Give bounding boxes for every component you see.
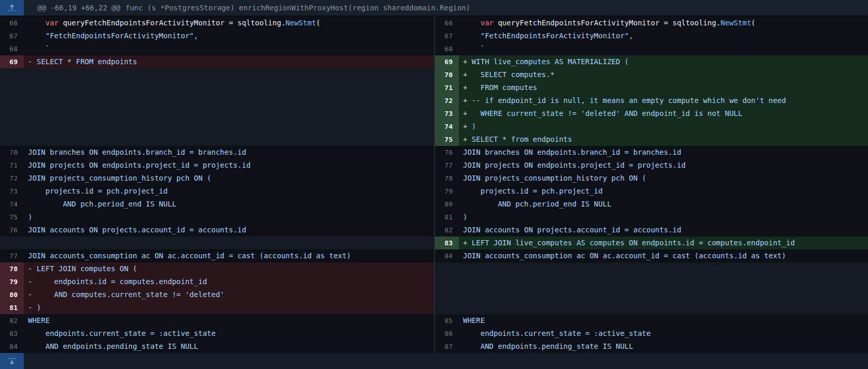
line-number [0,94,24,107]
code-token: JOIN branches ON endpoints.branch_id = b… [28,148,246,156]
line-number[interactable]: 72 [0,172,24,185]
code-line: projects.id = pch.project_id [459,185,868,198]
code-line: - ) [24,301,434,314]
code-token: AND endpoints.pending_state IS NULL [28,342,198,350]
line-number [0,120,24,133]
line-number[interactable]: 70 [0,146,24,159]
line-number[interactable]: 87 [435,340,459,353]
diff-filler-row [0,94,434,107]
diff-row: 87 AND endpoints.pending_state IS NULL [435,340,868,353]
code-token: AND computes.current_state != 'deleted' [37,290,224,299]
diff-filler-row [0,237,434,249]
code-line: var queryFetchEndpointsForActivityMonito… [24,17,434,29]
line-number[interactable]: 82 [0,314,24,327]
line-number[interactable]: 79 [435,185,459,198]
line-number[interactable]: 82 [435,224,459,237]
line-number[interactable]: 67 [435,29,459,42]
code-token: - [28,264,37,273]
diff-row: 82JOIN accounts ON projects.account_id =… [435,224,868,237]
code-token: + [463,96,472,105]
code-token: + [463,122,472,130]
line-number[interactable]: 80 [0,288,24,301]
code-token: -- if endpoint_id is null, it means an e… [472,96,786,105]
line-number[interactable]: 74 [435,120,459,133]
code-token: WHERE current_state != 'deleted' AND end… [472,109,743,117]
code-line: "FetchEndpointsForActivityMonitor", [24,29,434,42]
code-token [28,19,46,27]
code-line [459,288,868,301]
code-line [459,262,868,275]
code-line: projects.id = pch.project_id [24,185,434,198]
code-token: ( [316,19,320,27]
code-token: JOIN projects_consumption_history pch ON… [463,174,646,182]
expand-down-button[interactable] [0,353,24,369]
line-number[interactable]: 68 [435,42,459,55]
line-number[interactable]: 77 [0,249,24,262]
line-number[interactable]: 71 [0,159,24,172]
code-token: ) [28,213,32,221]
line-number[interactable]: 80 [435,198,459,211]
diff-row: 68 ` [435,42,868,55]
code-token: JOIN projects ON endpoints.project_id = … [463,161,686,169]
diff-row: 66 var queryFetchEndpointsForActivityMon… [0,17,434,29]
diff-row: 75) [0,211,434,224]
line-number[interactable]: 78 [435,172,459,185]
code-line: WHERE [24,314,434,327]
line-number[interactable]: 81 [435,211,459,224]
line-number[interactable]: 86 [435,327,459,340]
line-number[interactable]: 72 [435,94,459,107]
code-line: - AND computes.current_state != 'deleted… [24,288,434,301]
expand-footer-bar [0,353,868,369]
line-number[interactable]: 83 [0,327,24,340]
diff-row: 77JOIN projects ON endpoints.project_id … [435,159,868,172]
code-line: JOIN accounts_consumption ac ON ac.accou… [459,249,868,262]
code-line: AND endpoints.pending_state IS NULL [459,340,868,353]
line-number[interactable]: 74 [0,198,24,211]
line-number[interactable]: 81 [0,301,24,314]
code-line: JOIN accounts ON projects.account_id = a… [24,224,434,237]
line-number[interactable]: 71 [435,81,459,94]
line-number[interactable]: 69 [0,55,24,68]
line-number[interactable]: 76 [435,146,459,159]
code-line [459,275,868,288]
line-number[interactable]: 73 [0,185,24,198]
line-number[interactable]: 77 [435,159,459,172]
code-line: JOIN accounts ON projects.account_id = a… [459,224,868,237]
code-token: endpoints.id = computes.endpoint_id [37,277,207,286]
line-number[interactable]: 75 [435,133,459,146]
line-number[interactable]: 75 [0,211,24,224]
code-line: - LEFT JOIN computes ON ( [24,262,434,275]
code-line: - endpoints.id = computes.endpoint_id [24,275,434,288]
code-token: LEFT JOIN live_computes AS computes ON e… [472,239,795,247]
line-number[interactable]: 66 [435,17,459,29]
expand-down-icon [7,356,17,366]
line-number[interactable]: 67 [0,29,24,42]
line-number[interactable]: 79 [0,275,24,288]
line-number[interactable]: 85 [435,314,459,327]
expand-up-button[interactable] [0,0,24,16]
hunk-header-bar: @@ -66,19 +66,22 @@ func (s *PostgresSto… [0,0,868,17]
line-number[interactable]: 83 [435,237,459,249]
line-number[interactable]: 70 [435,68,459,81]
diff-row: 66 var queryFetchEndpointsForActivityMon… [435,17,868,29]
code-line: var queryFetchEndpointsForActivityMonito… [459,17,868,29]
line-number[interactable]: 84 [435,249,459,262]
code-line [24,68,434,81]
line-number[interactable]: 76 [0,224,24,237]
line-number[interactable]: 69 [435,55,459,68]
line-number [435,288,459,301]
line-number[interactable]: 68 [0,42,24,55]
line-number[interactable]: 66 [0,17,24,29]
line-number[interactable]: 73 [435,107,459,120]
line-number[interactable]: 78 [0,262,24,275]
diff-row: 80 AND pch.period_end IS NULL [435,198,868,211]
line-number[interactable]: 84 [0,340,24,353]
code-line: + SELECT * from endpoints [459,133,868,146]
code-line: "FetchEndpointsForActivityMonitor", [459,29,868,42]
code-token: WHERE [28,316,50,324]
line-number [0,133,24,146]
diff-row: 71JOIN projects ON endpoints.project_id … [0,159,434,172]
code-line: endpoints.current_state = :active_state [459,327,868,340]
diff-filler-row [0,120,434,133]
code-token: + [463,70,472,79]
